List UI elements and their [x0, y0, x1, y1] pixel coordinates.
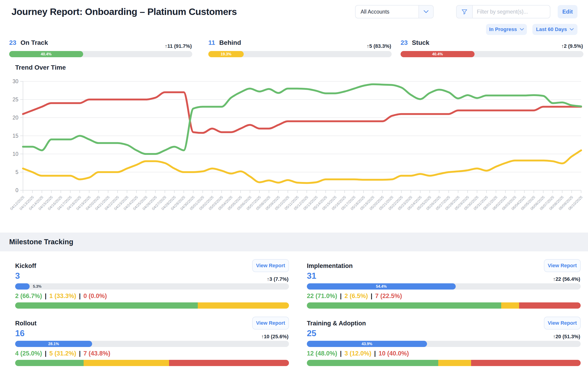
filter-icon	[457, 5, 473, 18]
kpi-label: On Track	[20, 39, 48, 46]
kpi-progress-bar: 40.4%	[401, 51, 583, 57]
stack-segment	[198, 302, 289, 309]
progress-fill	[15, 283, 30, 290]
milestone-delta: ↑10 (25.6%)	[261, 334, 288, 340]
milestone-name: Kickoff	[15, 262, 36, 270]
kpi-value: 23	[401, 39, 408, 46]
stack-segment	[501, 302, 519, 309]
milestone-stacked-bar	[307, 302, 581, 309]
milestone-name: Training & Adoption	[307, 320, 366, 327]
breakdown-separator: |	[340, 293, 342, 299]
stack-segment	[15, 302, 198, 309]
kpi-card-stuck: 23 Stuck ↑2 (9.5%) 40.4%	[401, 39, 583, 57]
breakdown-item: 7 (22.5%)	[375, 293, 402, 299]
y-axis-tick-label: 25	[13, 96, 18, 103]
status-filter-button[interactable]: In Progress	[486, 24, 527, 35]
trend-line-on-track	[23, 84, 581, 154]
breakdown-item: 1 (33.3%)	[49, 293, 76, 299]
trend-line-stuck	[23, 92, 581, 133]
milestone-value: 25	[307, 329, 316, 338]
stack-segment	[438, 360, 471, 366]
breakdown-item: 12 (48.0%)	[307, 350, 337, 357]
view-report-button[interactable]: View Report	[252, 259, 289, 272]
progress-label: 40.4%	[401, 51, 474, 57]
trend-chart: 05101520253004/12/202504/13/202504/14/20…	[0, 76, 588, 230]
milestone-progress-bar: 54.4%	[307, 283, 581, 290]
milestone-progress-bar: 43.9%	[307, 341, 581, 347]
view-report-button[interactable]: View Report	[544, 317, 581, 329]
stack-segment	[84, 360, 169, 366]
kpi-progress-bar: 40.4%	[9, 51, 192, 57]
chart-title: Trend Over Time	[15, 64, 66, 71]
breakdown-separator: |	[79, 293, 81, 299]
breakdown-item: 5 (31.2%)	[49, 350, 76, 357]
kpi-progress-bar: 19.3%	[208, 51, 392, 57]
edit-button[interactable]: Edit	[558, 5, 577, 18]
trend-chart-svg: 05101520253004/12/202504/13/202504/14/20…	[0, 76, 588, 230]
segment-filter	[456, 5, 550, 18]
milestone-breakdown: 22 (71.0%)|2 (6.5%)|7 (22.5%)	[307, 293, 402, 300]
milestone-card-implementation: Implementation View Report 31 ↑22 (56.4%…	[307, 262, 581, 309]
view-report-button[interactable]: View Report	[544, 259, 581, 272]
kpi-card-on-track: 23 On Track ↑11 (91.7%) 40.4%	[9, 39, 192, 57]
kpi-label: Stuck	[412, 39, 429, 46]
milestone-stacked-bar	[15, 302, 289, 309]
status-filter-label: In Progress	[489, 27, 517, 32]
page-title: Journey Report: Onboarding – Platinum Cu…	[12, 6, 237, 17]
breakdown-item: 10 (40.0%)	[379, 350, 409, 357]
milestone-section-title: Milestone Tracking	[9, 238, 73, 246]
breakdown-item: 3 (12.0%)	[344, 350, 371, 357]
date-range-button[interactable]: Last 60 Days	[532, 24, 577, 35]
y-axis-tick-label: 20	[13, 115, 18, 121]
kpi-delta: ↑11 (91.7%)	[165, 43, 192, 49]
y-axis-tick-label: 5	[15, 169, 18, 175]
account-selector[interactable]: All Accounts	[355, 5, 434, 18]
milestone-delta: ↑3 (7.7%)	[267, 276, 288, 282]
milestone-progress-bar: 5.3%	[15, 283, 289, 290]
milestone-value: 3	[15, 271, 20, 281]
milestone-breakdown: 12 (48.0%)|3 (12.0%)|10 (40.0%)	[307, 350, 409, 357]
stack-segment	[519, 302, 581, 309]
milestone-value: 16	[15, 329, 25, 338]
progress-label: 19.3%	[208, 51, 244, 57]
breakdown-item: 7 (43.8%)	[83, 350, 110, 357]
trend-line-behind	[23, 150, 581, 183]
breakdown-item: 2 (66.7%)	[15, 293, 42, 299]
kpi-value: 11	[208, 39, 215, 46]
breakdown-separator: |	[45, 350, 47, 357]
kpi-label: Behind	[219, 39, 241, 46]
kpi-delta: ↑2 (9.5%)	[561, 43, 583, 49]
milestone-progress-bar: 28.1%	[15, 341, 289, 347]
milestone-breakdown: 4 (25.0%)|5 (31.2%)|7 (43.8%)	[15, 350, 110, 357]
milestone-section-header: Milestone Tracking	[0, 232, 588, 251]
kpi-delta: ↑5 (83.3%)	[367, 43, 391, 49]
stack-segment	[15, 360, 84, 366]
progress-label: 54.4%	[307, 283, 456, 290]
milestone-card-kickoff: Kickoff View Report 3 ↑3 (7.7%) 5.3% 2 (…	[15, 262, 289, 309]
milestone-delta: ↑20 (51.3%)	[553, 334, 580, 340]
stack-segment	[169, 360, 289, 366]
progress-label: 40.4%	[9, 51, 83, 57]
chevron-down-icon	[570, 28, 574, 31]
milestone-breakdown: 2 (66.7%)|1 (33.3%)|0 (0.0%)	[15, 293, 107, 300]
progress-label: 43.9%	[307, 341, 427, 347]
breakdown-item: 4 (25.0%)	[15, 350, 42, 357]
progress-label: 28.1%	[15, 341, 92, 347]
stack-segment	[307, 360, 438, 366]
y-axis-tick-label: 15	[13, 133, 18, 139]
milestone-name: Implementation	[307, 262, 353, 270]
chevron-down-icon	[418, 5, 433, 18]
milestone-stacked-bar	[15, 360, 289, 366]
milestone-delta: ↑22 (56.4%)	[553, 276, 580, 282]
breakdown-item: 0 (0.0%)	[83, 293, 107, 299]
kpi-value: 23	[9, 39, 16, 46]
journey-report-page: Journey Report: Onboarding – Platinum Cu…	[0, 0, 588, 378]
stack-segment	[307, 302, 501, 309]
kpi-card-behind: 11 Behind ↑5 (83.3%) 19.3%	[208, 39, 392, 57]
view-report-button[interactable]: View Report	[252, 317, 289, 329]
y-axis-tick-label: 30	[13, 78, 18, 84]
breakdown-separator: |	[374, 350, 376, 357]
breakdown-separator: |	[79, 350, 81, 357]
breakdown-item: 22 (71.0%)	[307, 293, 337, 299]
segment-filter-input[interactable]	[473, 5, 550, 18]
